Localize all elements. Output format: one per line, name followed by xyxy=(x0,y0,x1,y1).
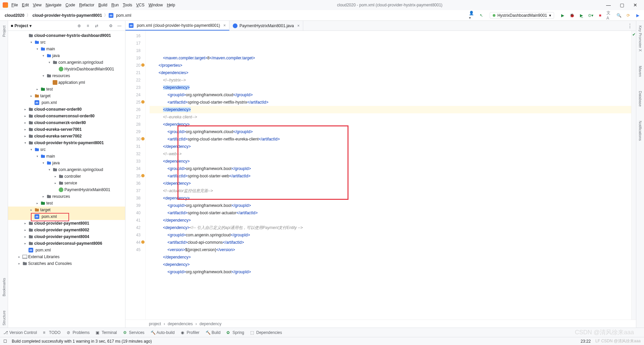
code-line[interactable]: <groupId>org.springframework.cloud</grou… xyxy=(150,91,631,99)
code-editor[interactable]: 1617181920212223242526272829303132333435… xyxy=(125,31,636,320)
profile-icon[interactable]: ⊙▾ xyxy=(588,12,594,18)
line-number[interactable]: 33 xyxy=(125,158,141,165)
menu-navigate[interactable]: Navigate xyxy=(44,2,63,8)
breadcrumb-module[interactable]: cloud-provider-hystrix-payment8001 xyxy=(31,12,103,18)
code-line[interactable]: <groupId>org.springframework.boot</group… xyxy=(150,268,631,276)
code-line[interactable]: <groupId>org.springframework.cloud</grou… xyxy=(150,128,631,135)
code-line[interactable]: <dependencies> xyxy=(150,69,631,76)
code-line[interactable]: <dependency> xyxy=(150,84,631,91)
coverage-icon[interactable]: ▶̲ xyxy=(578,12,584,18)
line-number[interactable]: 17 xyxy=(125,40,141,47)
line-number[interactable]: 40 xyxy=(125,209,141,217)
tree-arrow-icon[interactable]: ▸ xyxy=(35,202,40,205)
line-number[interactable]: 30 xyxy=(125,135,141,143)
toolwin-profiler[interactable]: ◉Profiler xyxy=(181,330,200,335)
menu-edit[interactable]: Edit xyxy=(20,2,31,8)
tree-row[interactable]: ▸cloud-eureka-server7001 xyxy=(8,126,125,133)
line-gutter[interactable]: 1617181920212223242526272829303132333435… xyxy=(125,31,146,320)
tree-row[interactable]: ▸controller xyxy=(8,173,125,180)
breadcrumb-item[interactable]: project xyxy=(149,322,165,326)
code-line[interactable]: <groupId>com.angenin.springcloud</groupI… xyxy=(150,231,631,239)
close-button[interactable]: ✕ xyxy=(629,0,641,10)
line-number[interactable]: 23 xyxy=(125,84,141,91)
more-tabs-icon[interactable]: ⋮ xyxy=(624,21,636,31)
tree-row[interactable]: mpom.xml xyxy=(8,247,125,253)
code-line[interactable]: <!--actuator监控信息完善--> xyxy=(150,187,631,194)
gutter-mark-icon[interactable] xyxy=(141,100,145,104)
tool-project[interactable]: Project xyxy=(2,23,6,39)
tree-row[interactable]: ▾com.angenin.springcloud xyxy=(8,59,125,66)
tool-key-promoter[interactable]: Key Promoter X xyxy=(638,23,642,54)
editor-breadcrumbs[interactable]: projectdependenciesdependency xyxy=(125,320,636,328)
tree-arrow-icon[interactable]: ▾ xyxy=(35,155,40,158)
code-line[interactable]: <dependency><!-- 引入自己定义的api通用包，可以使用Payme… xyxy=(150,224,631,231)
expand-all-icon[interactable]: ≡ xyxy=(85,23,91,29)
tree-arrow-icon[interactable]: ▸ xyxy=(29,208,34,212)
code-area[interactable]: <maven.compiler.target>8</maven.compiler… xyxy=(146,31,631,320)
toolwin-auto-build[interactable]: 🔨Auto-build xyxy=(151,330,175,335)
tree-row[interactable]: ▾cloud-provider-hystrix-payment8001 xyxy=(8,139,125,146)
code-line[interactable]: </properties> xyxy=(150,62,631,69)
tree-row[interactable]: mpom.xml xyxy=(8,99,125,106)
tool-bookmarks[interactable]: Bookmarks xyxy=(2,276,6,298)
hide-icon[interactable]: — xyxy=(116,23,122,29)
code-line[interactable]: <dependency> xyxy=(150,194,631,202)
menu-file[interactable]: File xyxy=(9,2,20,8)
tree-row[interactable]: ▸service xyxy=(8,180,125,186)
line-number[interactable]: 44 xyxy=(125,239,141,246)
menu-refactor[interactable]: Refactor xyxy=(77,2,96,8)
search-icon[interactable]: 🔍 xyxy=(616,12,622,18)
editor-tab[interactable]: PaymentHystrixMain8001.java× xyxy=(229,21,303,31)
toolwin-terminal[interactable]: ▣Terminal xyxy=(96,330,117,335)
minimize-button[interactable]: — xyxy=(602,0,614,10)
tree-row[interactable]: ▾src xyxy=(8,39,125,46)
tree-row[interactable]: ▸cloud-consumerconsul-order80 xyxy=(8,113,125,119)
code-line[interactable]: <!--hystrix--> xyxy=(150,76,631,84)
run-config-selector[interactable]: HystrixDashboardMain9001 ▾ xyxy=(490,12,554,19)
line-number[interactable]: 35 xyxy=(125,172,141,180)
line-number[interactable]: 27 xyxy=(125,113,141,121)
toolwin-dependencies[interactable]: ⬚Dependencies xyxy=(250,330,282,335)
tree-row[interactable]: ▾com.angenin.springcloud xyxy=(8,166,125,173)
tree-arrow-icon[interactable]: ▾ xyxy=(41,74,46,77)
tree-row[interactable]: ▸resources xyxy=(8,193,125,200)
breadcrumb-project[interactable]: cloud2020 xyxy=(3,12,26,18)
tree-row[interactable]: ▾main xyxy=(8,153,125,160)
line-number[interactable]: 38 xyxy=(125,194,141,202)
line-number[interactable]: 43 xyxy=(125,231,141,239)
tool-notifications[interactable]: Notifications xyxy=(638,119,642,143)
gutter-mark-icon[interactable] xyxy=(141,240,145,244)
run-anything-icon[interactable]: ▶ xyxy=(635,12,641,18)
menu-vcs[interactable]: VCS xyxy=(134,2,147,8)
user-icon[interactable]: 👤▾ xyxy=(469,12,475,18)
breadcrumb-item[interactable]: dependencies xyxy=(168,322,197,326)
line-number[interactable]: 19 xyxy=(125,54,141,62)
code-line[interactable]: </dependency> xyxy=(150,106,631,113)
tree-row[interactable]: ▸cloud-provider-payment8002 xyxy=(8,227,125,233)
tree-row[interactable]: ▸cloud-consumer-order80 xyxy=(8,106,125,113)
tool-maven[interactable]: Maven xyxy=(638,64,642,79)
tree-row[interactable]: ▾src xyxy=(8,146,125,153)
update-icon[interactable]: ⟳ xyxy=(625,12,631,18)
line-number[interactable]: 31 xyxy=(125,143,141,150)
tree-row[interactable]: ▸cloud-provider-payment8001 xyxy=(8,220,125,227)
tree-row[interactable]: ▸cloud-provider-payment8004 xyxy=(8,233,125,240)
line-number[interactable]: 39 xyxy=(125,202,141,209)
code-line[interactable]: <dependency> xyxy=(150,158,631,165)
gutter-mark-icon[interactable] xyxy=(141,63,145,67)
tree-arrow-icon[interactable]: ▸ xyxy=(53,181,58,185)
code-line[interactable]: </dependency> xyxy=(150,217,631,224)
close-tab-icon[interactable]: × xyxy=(296,23,300,28)
tree-arrow-icon[interactable]: ▾ xyxy=(41,161,46,165)
toolwin-build[interactable]: 🔨Build xyxy=(206,330,221,335)
code-line[interactable]: </dependency> xyxy=(150,143,631,150)
code-line[interactable]: </dependency> xyxy=(150,180,631,187)
code-line[interactable]: <groupId>org.springframework.boot</group… xyxy=(150,165,631,172)
tree-arrow-icon[interactable]: ▸ xyxy=(23,121,28,124)
tree-arrow-icon[interactable]: ▸ xyxy=(23,228,28,232)
line-number[interactable]: 21 xyxy=(125,69,141,76)
code-line[interactable]: <artifactId>spring-boot-starter-web</art… xyxy=(150,172,631,180)
gear-icon[interactable]: ⚙ xyxy=(108,23,114,29)
tree-arrow-icon[interactable]: ▾ xyxy=(47,61,52,64)
tree-row[interactable]: ▸target xyxy=(8,93,125,99)
